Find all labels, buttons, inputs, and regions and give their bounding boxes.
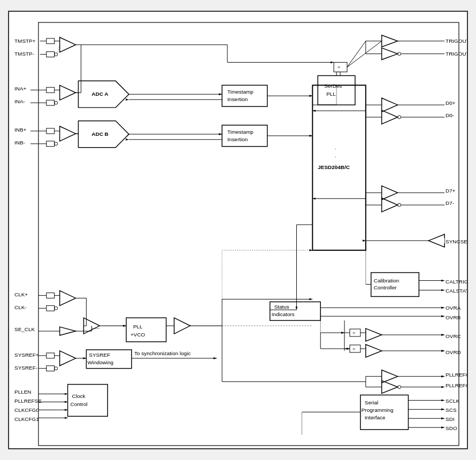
div-ovrd-label: ÷ [352,346,356,352]
svg-marker-57 [382,98,398,112]
svg-marker-6 [60,37,76,52]
serdes-pll-label2: PLL [326,91,336,97]
dots-label3: · [335,162,336,167]
sdi-label: SDI [446,416,455,422]
ina-plus-label: INA+ [14,86,27,91]
svg-rect-113 [47,293,55,298]
serial-prog-label2: Programming [362,407,394,413]
svg-marker-90 [366,328,382,341]
calib-ctrl-label2: Controller [374,285,397,290]
svg-marker-116 [60,290,76,305]
calib-ctrl-label: Calibration [374,278,400,283]
tmstp-plus-label: TMSTP+ [14,38,36,44]
svg-marker-60 [382,110,398,124]
svg-rect-4 [47,52,55,57]
syncse-label: SYNCSE\ [446,239,467,244]
svg-marker-49 [382,48,398,60]
d7-minus-label: D7- [446,200,454,206]
block-diagram: TMSTP+ TMSTP- INA+ INA- INB+ INB- CLK+ C… [8,11,468,449]
svg-marker-141 [60,351,76,366]
timestamp-2-label2: Insertion [227,136,248,142]
svg-rect-139 [47,366,55,371]
svg-point-140 [55,367,58,370]
svg-marker-69 [382,198,398,212]
svg-marker-99 [382,370,398,383]
jesd204-label: JESD204B/C [318,164,350,170]
d0-minus-label: D0- [446,112,454,118]
caltrig-label: CALTRIG [446,279,467,285]
sysref-win-label: SYSREF [89,352,110,358]
pllrefse-label: PLLREFSE [14,398,42,404]
dots-label: · [335,145,336,151]
svg-rect-76 [438,238,444,243]
svg-rect-114 [47,305,55,311]
divider-label: ÷ [337,64,341,70]
sysref-minus-label: SYSREF- [14,365,37,371]
svg-rect-19 [47,141,55,147]
svg-rect-43 [334,63,347,72]
serial-prog-label3: Interface [365,415,386,420]
clk-minus-label: CLK- [14,304,27,310]
svg-rect-3 [47,39,55,44]
sclk-label: SCLK [446,398,459,404]
ina-minus-label: INA- [14,98,25,104]
svg-rect-122 [126,318,166,342]
svg-marker-131 [174,318,190,334]
dots-label2: · [335,154,336,159]
svg-marker-21 [60,126,76,141]
svg-point-20 [55,142,58,145]
timestamp-1-label: Timestamp [227,89,254,95]
sysref-plus-label: SYSREF+ [14,352,39,358]
sysref-win-label2: Windowing [87,359,113,365]
status-ind-label: Status [274,304,289,310]
svg-marker-47 [382,35,398,47]
clkcfg0-label: CLKCFG0 [14,407,39,413]
svg-rect-18 [47,128,55,134]
svg-line-56 [347,41,366,67]
inb-minus-label: INB- [14,140,25,145]
clock-ctrl-label2: Control [71,401,88,407]
svg-point-13 [55,101,58,104]
div-ovrc-label: ÷ [352,330,356,336]
pllrefo-plus-label: PLLREFO+ [446,372,467,378]
trigout-minus-label: TRIGOUT- [446,51,467,57]
timestamp-1-label2: Insertion [227,96,248,102]
pllrefo-minus-label: PLLREFO- [446,382,467,388]
pll-vco-label2: +VCO [130,332,145,338]
d7-plus-label: D7+ [446,188,456,194]
sdo-label: SDO [446,425,457,431]
calstat-label: CALSTAT [446,288,467,294]
serdes-pll-label: SerDes [324,83,342,89]
inb-plus-label: INB+ [14,127,27,133]
svg-rect-172 [39,22,459,446]
svg-rect-148 [68,385,108,417]
pllen-label: PLLEN [14,389,31,395]
svg-marker-96 [366,344,382,357]
d0-plus-label: D0+ [446,100,456,106]
serial-prog-label: Serial [365,400,378,405]
svg-rect-12 [47,100,55,105]
svg-rect-138 [47,353,55,358]
pll-vco-label: PLL [133,324,143,329]
scs-label: SCS [446,407,457,413]
clk-plus-label: CLK+ [14,292,28,297]
clkcfg1-label: CLKCFG1 [14,416,39,422]
svg-marker-120 [60,327,76,335]
svg-marker-66 [382,186,398,200]
status-ind-label2: Indicators [272,311,295,317]
svg-point-115 [55,306,58,310]
svg-point-5 [55,53,58,56]
trigout-plus-label: TRIGOUT+ [446,38,467,44]
adc-a-label: ADC A [91,91,108,97]
timestamp-2-label: Timestamp [227,129,254,135]
svg-marker-102 [382,381,398,394]
tmstp-minus-label: TMSTP- [14,51,34,57]
svg-rect-11 [47,87,55,93]
se-clk-label: SE_CLK [14,326,35,332]
svg-marker-14 [60,85,76,100]
sync-logic-label: To synchronization logic [134,350,191,356]
adc-b-label: ADC B [91,131,108,137]
clock-ctrl-label: Clock [72,393,86,399]
